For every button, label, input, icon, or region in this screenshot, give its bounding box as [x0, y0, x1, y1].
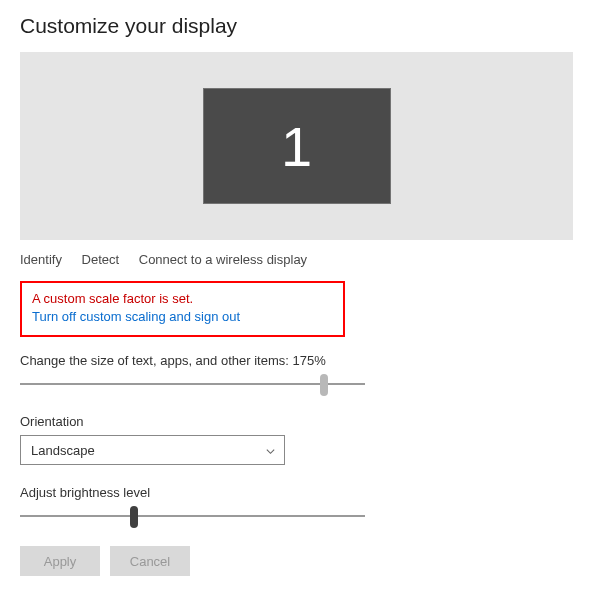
slider-thumb[interactable]	[130, 506, 138, 528]
brightness-label: Adjust brightness level	[20, 485, 573, 500]
button-row: Apply Cancel	[20, 546, 573, 576]
slider-track-line	[20, 515, 365, 517]
text-size-label: Change the size of text, apps, and other…	[20, 353, 573, 368]
custom-scale-warning: A custom scale factor is set. Turn off c…	[20, 281, 345, 337]
monitor-number: 1	[281, 114, 312, 179]
detect-link[interactable]: Detect	[82, 252, 120, 267]
apply-button[interactable]: Apply	[20, 546, 100, 576]
orientation-label: Orientation	[20, 414, 573, 429]
text-size-slider[interactable]	[20, 374, 365, 396]
chevron-down-icon	[265, 445, 276, 456]
slider-track-line	[20, 383, 365, 385]
orientation-select[interactable]: Landscape	[20, 435, 285, 465]
orientation-value: Landscape	[31, 443, 95, 458]
wireless-display-link[interactable]: Connect to a wireless display	[139, 252, 307, 267]
display-preview: 1	[20, 52, 573, 240]
warning-message: A custom scale factor is set.	[32, 290, 333, 308]
monitor-tile[interactable]: 1	[203, 88, 391, 204]
identify-link[interactable]: Identify	[20, 252, 62, 267]
page-title: Customize your display	[20, 14, 573, 38]
display-actions: Identify Detect Connect to a wireless di…	[20, 252, 573, 267]
slider-thumb[interactable]	[320, 374, 328, 396]
brightness-slider[interactable]	[20, 506, 365, 528]
turn-off-scaling-link[interactable]: Turn off custom scaling and sign out	[32, 308, 333, 326]
cancel-button[interactable]: Cancel	[110, 546, 190, 576]
